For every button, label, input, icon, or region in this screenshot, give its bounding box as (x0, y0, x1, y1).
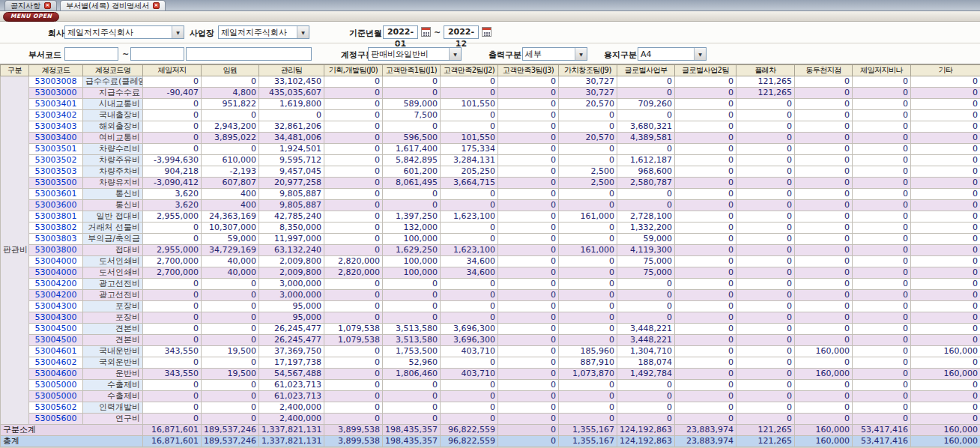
account-code-cell[interactable]: 53004500 (29, 335, 83, 346)
amount-cell[interactable]: 0 (675, 335, 736, 346)
table-row[interactable]: 53003803부의금/축의금059,00011,997,0000100,000… (1, 234, 980, 245)
amount-cell[interactable]: 3,448,221 (617, 324, 675, 335)
amount-cell[interactable]: 3,899,538 (324, 436, 383, 447)
amount-cell[interactable]: 0 (675, 256, 736, 267)
amount-cell[interactable]: 1,304,710 (617, 346, 675, 357)
amount-cell[interactable]: 343,550 (143, 369, 202, 380)
amount-cell[interactable]: 1,924,501 (259, 144, 324, 155)
calendar-icon[interactable] (421, 27, 431, 37)
table-row[interactable]: 53005602인력개발비002,400,00000000000000 (1, 402, 980, 414)
table-row[interactable]: 53003000지급수수료-90,4074,800435,035,6070000… (1, 88, 980, 99)
account-code-cell[interactable]: 53003008 (29, 76, 83, 88)
amount-cell[interactable]: 3,284,131 (441, 155, 498, 166)
amount-cell[interactable]: 0 (559, 223, 617, 234)
amount-cell[interactable]: 0 (143, 357, 202, 369)
account-type-select[interactable]: 판매비와일반비 ▼ (368, 47, 462, 61)
amount-cell[interactable]: 0 (202, 391, 259, 402)
amount-cell[interactable]: 0 (795, 279, 853, 290)
amount-cell[interactable]: 2,943,200 (202, 121, 259, 133)
amount-cell[interactable]: 0 (498, 166, 559, 178)
amount-cell[interactable]: 10,307,000 (202, 223, 259, 234)
period-to-field[interactable]: 2022-12 (444, 25, 479, 39)
amount-cell[interactable]: 403,710 (441, 369, 498, 380)
amount-cell[interactable]: 1,806,460 (383, 369, 441, 380)
amount-cell[interactable]: 589,000 (383, 99, 441, 110)
amount-cell[interactable]: 0 (675, 414, 736, 425)
account-code-cell[interactable]: 53003803 (29, 234, 83, 245)
amount-cell[interactable]: 0 (143, 110, 202, 121)
total-row[interactable]: 총계16,871,601189,537,2461,337,821,1313,89… (1, 436, 980, 447)
amount-cell[interactable]: 0 (675, 200, 736, 211)
amount-cell[interactable]: 0 (853, 99, 911, 110)
amount-cell[interactable]: 0 (498, 234, 559, 245)
amount-cell[interactable]: 34,729,169 (202, 245, 259, 256)
account-code-cell[interactable]: 53004200 (29, 290, 83, 301)
amount-cell[interactable]: 0 (617, 380, 675, 391)
amount-cell[interactable]: 0 (324, 223, 383, 234)
amount-cell[interactable]: 160,000 (911, 346, 980, 357)
amount-cell[interactable]: 0 (383, 402, 441, 414)
amount-cell[interactable]: 0 (202, 380, 259, 391)
account-name-cell[interactable]: 급수수료(클레임) (83, 76, 143, 88)
amount-cell[interactable]: 0 (324, 110, 383, 121)
amount-cell[interactable]: 0 (853, 335, 911, 346)
period-from-field[interactable]: 2022-01 (383, 25, 418, 39)
amount-cell[interactable]: 0 (324, 189, 383, 200)
amount-cell[interactable]: 23,883,974 (675, 436, 736, 447)
amount-cell[interactable]: 101,550 (441, 99, 498, 110)
table-row[interactable]: 53004601국내운반비343,55019,50037,369,75001,7… (1, 346, 980, 357)
amount-cell[interactable]: 17,197,738 (259, 357, 324, 369)
amount-cell[interactable]: 0 (911, 189, 980, 200)
amount-cell[interactable]: 0 (324, 76, 383, 88)
amount-cell[interactable]: 0 (617, 110, 675, 121)
table-row[interactable]: 53003802거래처 선물비010,307,0008,350,0000132,… (1, 223, 980, 234)
amount-cell[interactable]: 0 (795, 234, 853, 245)
amount-cell[interactable]: 0 (324, 279, 383, 290)
account-name-cell[interactable]: 차량수리비 (83, 144, 143, 155)
amount-cell[interactable]: 1,337,821,131 (259, 425, 324, 436)
amount-cell[interactable]: -3,090,412 (143, 178, 202, 189)
account-name-cell[interactable]: 접대비 (83, 245, 143, 256)
amount-cell[interactable]: 0 (736, 200, 795, 211)
amount-cell[interactable]: 0 (441, 121, 498, 133)
amount-cell[interactable]: 0 (498, 99, 559, 110)
account-name-cell[interactable]: 거래처 선물비 (83, 223, 143, 234)
amount-cell[interactable]: 0 (498, 436, 559, 447)
amount-cell[interactable]: 0 (736, 155, 795, 166)
amount-cell[interactable]: 0 (736, 121, 795, 133)
amount-cell[interactable]: 205,250 (441, 166, 498, 178)
amount-cell[interactable]: 904,218 (143, 166, 202, 178)
amount-cell[interactable]: 0 (441, 414, 498, 425)
amount-cell[interactable]: 0 (853, 402, 911, 414)
amount-cell[interactable]: 2,009,800 (259, 256, 324, 267)
amount-cell[interactable]: 161,000 (559, 211, 617, 223)
amount-cell[interactable]: 0 (324, 178, 383, 189)
account-code-cell[interactable]: 53003601 (29, 189, 83, 200)
amount-cell[interactable]: 0 (795, 301, 853, 312)
amount-cell[interactable]: 0 (559, 267, 617, 279)
table-row[interactable]: 53003501차량수리비001,924,50101,617,400175,33… (1, 144, 980, 155)
amount-cell[interactable]: 0 (736, 391, 795, 402)
amount-cell[interactable]: 26,245,477 (259, 335, 324, 346)
amount-cell[interactable]: 0 (911, 121, 980, 133)
amount-cell[interactable]: 0 (911, 234, 980, 245)
amount-cell[interactable]: 0 (617, 290, 675, 301)
amount-cell[interactable]: 0 (675, 245, 736, 256)
table-row[interactable]: 53004200광고선전비003,000,00000000000000 (1, 290, 980, 301)
amount-cell[interactable]: 0 (736, 99, 795, 110)
amount-cell[interactable]: 0 (675, 76, 736, 88)
amount-cell[interactable]: 0 (853, 234, 911, 245)
table-row[interactable]: 53004000도서인쇄비2,700,00040,0002,009,8002,8… (1, 267, 980, 279)
amount-cell[interactable]: 61,023,713 (259, 391, 324, 402)
amount-cell[interactable]: 0 (911, 110, 980, 121)
amount-cell[interactable]: 96,822,559 (441, 425, 498, 436)
amount-cell[interactable]: 0 (795, 88, 853, 99)
amount-cell[interactable]: 30,727 (559, 76, 617, 88)
amount-cell[interactable]: 101,550 (441, 133, 498, 144)
amount-cell[interactable]: 95,000 (259, 312, 324, 324)
account-name-cell[interactable]: 도서인쇄비 (83, 267, 143, 279)
table-row[interactable]: 53005600연구비002,400,00000000000000 (1, 414, 980, 425)
amount-cell[interactable]: 0 (853, 279, 911, 290)
account-code-cell[interactable]: 53005000 (29, 391, 83, 402)
amount-cell[interactable]: 0 (498, 267, 559, 279)
